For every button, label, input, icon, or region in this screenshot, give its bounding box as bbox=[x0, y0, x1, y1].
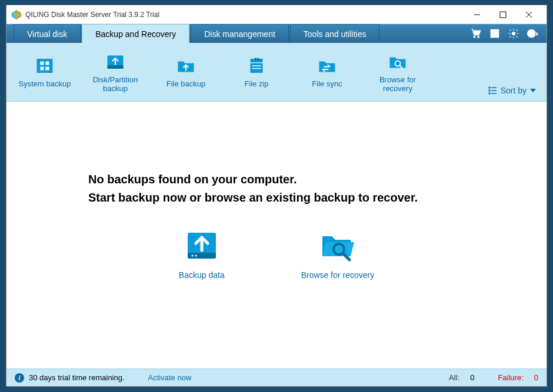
list-icon bbox=[488, 86, 497, 95]
status-info: i 30 days trial time remaining. bbox=[15, 373, 125, 383]
file-sync-button[interactable]: File sync bbox=[301, 55, 354, 89]
statusbar: i 30 days trial time remaining. Activate… bbox=[6, 368, 547, 386]
svg-point-13 bbox=[512, 32, 515, 35]
file-sync-icon bbox=[317, 55, 338, 76]
tab-tools-utilities[interactable]: Tools and utilities bbox=[290, 24, 380, 43]
svg-rect-17 bbox=[41, 62, 44, 65]
chevron-down-icon bbox=[530, 88, 536, 93]
tool-label: File zip bbox=[244, 80, 268, 89]
empty-message-1: No backups found on your computer. bbox=[88, 173, 465, 186]
svg-rect-19 bbox=[41, 67, 44, 71]
file-zip-button[interactable]: File zip bbox=[230, 55, 283, 89]
tab-disk-management[interactable]: Disk manangement bbox=[191, 24, 289, 43]
svg-rect-22 bbox=[108, 65, 124, 69]
tabbar-right bbox=[470, 24, 547, 43]
svg-point-8 bbox=[478, 36, 479, 38]
action-label: Browse for recovery bbox=[301, 270, 374, 280]
stat-all: All:0 bbox=[449, 373, 474, 382]
svg-marker-37 bbox=[530, 89, 536, 92]
system-backup-icon bbox=[34, 55, 55, 76]
failure-value: 0 bbox=[534, 373, 538, 382]
tool-label: File sync bbox=[312, 80, 342, 89]
cart-icon[interactable] bbox=[470, 28, 482, 39]
backup-data-button[interactable]: Backup data bbox=[179, 227, 225, 280]
tool-label: Browse for recovery bbox=[379, 76, 416, 93]
minimize-button[interactable] bbox=[464, 6, 490, 24]
failure-label: Failure: bbox=[498, 373, 523, 382]
svg-rect-28 bbox=[258, 58, 259, 61]
file-zip-icon bbox=[246, 55, 267, 76]
tab-backup-recovery[interactable]: Backup and Recovery bbox=[82, 24, 189, 43]
main-area: No backups found on your computer. Start… bbox=[6, 102, 547, 368]
svg-rect-4 bbox=[500, 12, 506, 18]
app-icon bbox=[11, 9, 22, 20]
toolbar: System backup Disk/Partition backup File… bbox=[6, 43, 547, 102]
tool-label: System backup bbox=[19, 80, 71, 89]
svg-rect-16 bbox=[37, 59, 53, 73]
empty-message-2: Start backup now or browse an existing b… bbox=[88, 191, 465, 205]
titlebar: QILING Disk Master Server Trial 3.9.2 Tr… bbox=[6, 5, 547, 24]
svg-point-7 bbox=[474, 36, 475, 38]
system-backup-button[interactable]: System backup bbox=[18, 55, 71, 89]
gear-icon[interactable] bbox=[508, 28, 519, 39]
trial-message: 30 days trial time remaining. bbox=[29, 373, 125, 382]
all-label: All: bbox=[449, 373, 459, 382]
status-right: All:0 Failure:0 bbox=[449, 373, 538, 382]
stat-failure: Failure:0 bbox=[498, 373, 538, 382]
svg-point-41 bbox=[195, 255, 196, 257]
browse-recovery-main-button[interactable]: Browse for recovery bbox=[301, 227, 374, 280]
maximize-button[interactable] bbox=[490, 6, 516, 24]
tabbar: Virtual disk Backup and Recovery Disk ma… bbox=[6, 24, 547, 43]
help-icon[interactable] bbox=[527, 28, 538, 39]
tool-label: File backup bbox=[166, 80, 205, 89]
tool-label: Disk/Partition backup bbox=[93, 76, 138, 93]
list-icon[interactable] bbox=[489, 28, 501, 39]
disk-backup-icon bbox=[105, 51, 126, 72]
browse-recovery-button[interactable]: Browse for recovery bbox=[371, 51, 424, 93]
backup-data-icon bbox=[183, 227, 221, 264]
app-window: QILING Disk Master Server Trial 3.9.2 Tr… bbox=[6, 5, 547, 387]
all-value: 0 bbox=[470, 373, 474, 382]
main-actions: Backup data Browse for recovery bbox=[179, 227, 374, 280]
window-controls bbox=[464, 6, 542, 24]
file-backup-button[interactable]: File backup bbox=[159, 55, 212, 89]
browse-recovery-main-icon bbox=[319, 227, 357, 264]
svg-rect-27 bbox=[255, 58, 256, 61]
info-icon: i bbox=[15, 373, 24, 383]
svg-point-31 bbox=[489, 87, 490, 88]
file-backup-icon bbox=[175, 55, 196, 76]
tab-virtual-disk[interactable]: Virtual disk bbox=[14, 24, 81, 43]
svg-point-35 bbox=[489, 93, 490, 94]
sort-by-button[interactable]: Sort by bbox=[488, 86, 536, 95]
svg-point-33 bbox=[489, 90, 490, 91]
titlebar-title: QILING Disk Master Server Trial 3.9.2 Tr… bbox=[25, 11, 464, 19]
svg-rect-20 bbox=[46, 67, 49, 71]
svg-point-40 bbox=[191, 255, 193, 257]
svg-point-15 bbox=[531, 36, 532, 36]
activate-link[interactable]: Activate now bbox=[148, 373, 192, 382]
svg-rect-18 bbox=[46, 62, 49, 65]
close-button[interactable] bbox=[516, 6, 542, 24]
disk-partition-backup-button[interactable]: Disk/Partition backup bbox=[89, 51, 142, 93]
action-label: Backup data bbox=[179, 270, 225, 280]
sort-by-label: Sort by bbox=[501, 86, 527, 95]
browse-recovery-icon bbox=[387, 51, 408, 72]
